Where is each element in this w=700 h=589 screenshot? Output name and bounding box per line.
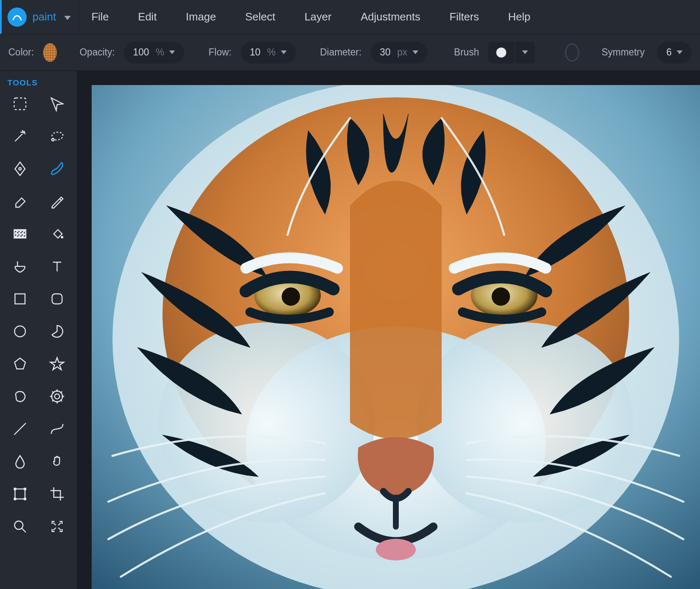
chevron-down-icon	[169, 50, 175, 54]
app-name: paint	[32, 10, 56, 23]
flow-dropdown[interactable]: 10 %	[241, 42, 296, 63]
menu-items: File Edit Image Select Layer Adjustments…	[91, 10, 530, 23]
svg-rect-7	[15, 294, 25, 304]
opacity-value: 100	[133, 47, 149, 58]
tools-heading: TOOLS	[8, 78, 72, 88]
pencil-tool[interactable]	[45, 191, 70, 212]
canvas-image[interactable]	[92, 85, 700, 589]
menu-edit[interactable]: Edit	[138, 10, 157, 23]
clone-stamp-tool[interactable]	[8, 256, 32, 277]
svg-marker-11	[50, 358, 64, 370]
magic-wand-tool[interactable]	[8, 126, 32, 147]
diameter-unit: px	[397, 47, 407, 58]
chevron-down-icon	[412, 50, 418, 54]
text-tool[interactable]	[45, 256, 70, 277]
lasso-tool[interactable]	[45, 126, 70, 147]
svg-rect-17	[14, 498, 16, 500]
flow-unit: %	[267, 47, 275, 58]
app-logo-icon	[8, 8, 27, 27]
flow-value: 10	[250, 47, 261, 58]
svg-point-25	[417, 323, 633, 523]
brush-picker[interactable]	[488, 42, 535, 63]
svg-point-2	[19, 168, 21, 170]
transform-tool[interactable]	[8, 484, 32, 504]
symmetry-icon[interactable]	[565, 43, 579, 62]
opacity-unit: %	[156, 47, 164, 58]
svg-rect-5	[14, 230, 26, 238]
pie-shape-tool[interactable]	[45, 321, 70, 342]
paint-bucket-tool[interactable]	[45, 223, 70, 244]
canvas-viewport[interactable]	[78, 71, 700, 589]
ellipse-shape-tool[interactable]	[8, 321, 32, 342]
chevron-down-icon	[515, 50, 535, 54]
svg-rect-8	[52, 294, 62, 304]
polygon-shape-tool[interactable]	[8, 353, 32, 374]
svg-point-6	[61, 236, 63, 238]
brush-label: Brush	[454, 47, 479, 58]
eraser-tool[interactable]	[8, 191, 32, 212]
blur-tool[interactable]	[8, 451, 32, 472]
tool-options-bar: Color: Opacity: 100 % Flow: 10 % Diamete…	[0, 34, 700, 71]
svg-point-26	[376, 539, 416, 561]
flow-label: Flow:	[209, 47, 232, 58]
tools-sidebar: TOOLS	[0, 71, 78, 589]
opacity-label: Opacity:	[80, 47, 115, 58]
curve-tool[interactable]	[45, 419, 70, 439]
rounded-rectangle-shape-tool[interactable]	[45, 288, 70, 309]
diameter-value: 30	[380, 47, 391, 58]
cog-shape-tool[interactable]	[45, 386, 70, 407]
diameter-label: Diameter:	[320, 47, 362, 58]
chevron-down-icon	[281, 50, 287, 54]
tool-grid	[5, 93, 72, 537]
marquee-select-tool[interactable]	[8, 93, 32, 114]
app-brand[interactable]: paint	[0, 0, 79, 34]
chevron-down-icon	[677, 50, 682, 54]
menu-bar: paint File Edit Image Select Layer Adjus…	[0, 0, 700, 34]
menu-file[interactable]: File	[91, 10, 109, 23]
svg-point-1	[52, 138, 54, 141]
svg-point-28	[282, 288, 300, 306]
svg-rect-16	[24, 488, 26, 490]
pen-tool[interactable]	[8, 158, 32, 179]
menu-image[interactable]: Image	[186, 10, 216, 23]
svg-rect-15	[14, 488, 16, 490]
menu-layer[interactable]: Layer	[305, 10, 332, 23]
svg-marker-10	[15, 358, 25, 369]
menu-select[interactable]: Select	[245, 10, 275, 23]
color-swatch[interactable]	[43, 43, 57, 62]
main-area: TOOLS	[0, 71, 700, 589]
diameter-dropdown[interactable]: 30 px	[371, 42, 428, 63]
svg-point-9	[15, 326, 25, 337]
opacity-dropdown[interactable]: 100 %	[124, 42, 184, 63]
svg-rect-0	[14, 98, 26, 110]
svg-point-19	[15, 521, 23, 529]
svg-rect-18	[24, 498, 26, 500]
menu-adjustments[interactable]: Adjustments	[361, 10, 420, 23]
move-tool[interactable]	[45, 93, 70, 114]
menu-filters[interactable]: Filters	[450, 10, 479, 23]
symmetry-dropdown[interactable]: 6	[657, 42, 692, 63]
chevron-down-icon	[64, 12, 71, 23]
svg-point-24	[158, 323, 375, 523]
svg-point-12	[55, 394, 60, 399]
star-shape-tool[interactable]	[45, 353, 70, 374]
line-tool[interactable]	[8, 419, 32, 439]
symmetry-value: 6	[666, 47, 672, 58]
brush-preview-icon	[488, 42, 515, 63]
rectangle-shape-tool[interactable]	[8, 288, 32, 309]
svg-rect-14	[15, 489, 25, 499]
fullscreen-tool[interactable]	[45, 516, 70, 537]
symmetry-label: Symmetry	[602, 47, 645, 58]
hand-tool[interactable]	[45, 451, 70, 472]
menu-help[interactable]: Help	[508, 10, 530, 23]
brush-tool[interactable]	[45, 158, 70, 179]
svg-point-30	[492, 288, 510, 306]
crop-tool[interactable]	[45, 484, 70, 504]
gradient-tool[interactable]	[8, 223, 32, 244]
zoom-tool[interactable]	[8, 516, 32, 537]
color-label: Color:	[8, 47, 34, 58]
blob-shape-tool[interactable]	[8, 386, 32, 407]
